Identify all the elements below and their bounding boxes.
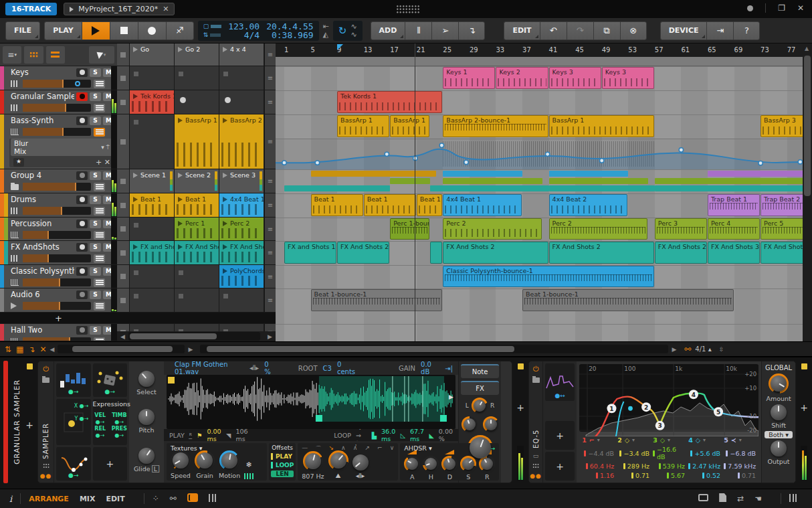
add-modulator-tile[interactable]: + (545, 421, 575, 450)
duplicate-button[interactable]: ⧉ (593, 21, 620, 40)
track-stop-button[interactable] (117, 114, 130, 169)
curve-modulator-tile[interactable]: ●→ (56, 447, 91, 481)
add-device-slot[interactable]: + (25, 420, 33, 430)
row-menu-icon[interactable]: ≡ (264, 218, 276, 240)
track-name[interactable]: Hall Two (11, 325, 74, 335)
eq-band-gain[interactable]: −16.6 dB (651, 445, 686, 461)
arranger-clip[interactable]: 4x4 Beat 1 (443, 194, 522, 216)
add-track-button[interactable]: + (55, 313, 62, 323)
loop-length[interactable]: 67.7 ms (410, 428, 425, 442)
eq-shift-knob[interactable] (771, 404, 787, 420)
pan-dot[interactable] (75, 81, 80, 86)
stop-button[interactable] (110, 21, 138, 40)
arranger-clip[interactable]: Beat 1-bounce-1 (311, 289, 443, 311)
d-knob[interactable] (443, 458, 455, 470)
eq-band-freq[interactable]: 2.47 kHz (687, 462, 722, 471)
layout-grid-icon[interactable]: ▦ (16, 345, 23, 354)
expressions-modulator-tile[interactable]: Expressions VEL TIMB ●→●→ REL PRES ●→●→ (93, 399, 128, 445)
launcher-grid-icon[interactable] (24, 46, 43, 64)
clip-slot[interactable]: Scene 1 (130, 169, 175, 193)
device-menu-button[interactable]: DEVICE (660, 21, 707, 40)
arranger-clip[interactable]: Beat 1-bounce-1 (522, 289, 733, 311)
arranger-clip[interactable]: Perc 5 (760, 218, 803, 240)
launcher-clip[interactable]: FX and Sho... (130, 241, 174, 264)
track-menu-icon[interactable] (94, 80, 105, 88)
arranger-clip[interactable]: Perc 4 (708, 218, 760, 240)
arranger-vscrollbar[interactable]: ▲ (803, 44, 812, 341)
solo-button[interactable]: S (90, 68, 101, 77)
browser-panel-icon[interactable] (698, 494, 708, 503)
redo-button[interactable]: ↷ (567, 21, 593, 40)
track-menu-icon[interactable] (94, 231, 105, 240)
track-stop-button[interactable] (117, 169, 130, 193)
clip-slot[interactable]: Beat 1 (130, 193, 175, 217)
project-tab[interactable]: MyProject_16T_2020* ✕ (64, 3, 175, 15)
glide-knob[interactable] (138, 448, 155, 464)
track-row[interactable]: Granular SamplerSM (0, 90, 117, 114)
root-note[interactable]: C3 (323, 365, 332, 372)
device-window-icon[interactable]: ▭ (533, 452, 539, 459)
mapping-icon[interactable]: ⇄ (737, 494, 744, 503)
velocity-knob[interactable] (464, 418, 476, 430)
launcher-clip[interactable]: 4x4 Beat 1 (219, 193, 264, 217)
filter-keytrack-knob[interactable] (352, 454, 369, 471)
offset-loop[interactable]: LOOP (271, 462, 294, 469)
delete-button[interactable]: ⊗ (620, 21, 647, 40)
device-power-icon[interactable]: ⏻ (533, 365, 539, 373)
volume-slider[interactable] (23, 104, 91, 112)
eq5-device[interactable]: ⏻ EQ-5 ▭ ●● ●↔ + + 12345 201001k10k (528, 361, 796, 483)
track-menu-icon[interactable] (94, 128, 105, 137)
sample-filename[interactable]: Clap FM Gothen 01.wav (175, 361, 244, 375)
steps-modulator-tile[interactable]: ●→ (56, 363, 91, 397)
arranger-clip[interactable]: Trap Beat 2 (760, 194, 803, 216)
punch-out-toggle[interactable]: ∿ (350, 31, 357, 38)
device-panel-toggle-icon[interactable] (187, 493, 198, 504)
record-arm-button[interactable] (76, 267, 88, 276)
launcher-clip[interactable]: PolyChords (219, 265, 264, 288)
eq-band-head[interactable]: 4◇▾ (687, 436, 722, 444)
volume-slider[interactable] (23, 231, 91, 239)
track-row[interactable]: Group 4SM (0, 169, 117, 193)
help-button[interactable]: ? (733, 21, 760, 40)
s-knob[interactable] (462, 458, 474, 470)
arranger-clip[interactable]: Keys 1 (443, 67, 495, 89)
track-stop-button[interactable] (117, 90, 130, 114)
clip-slot[interactable] (219, 90, 264, 114)
edit-view-tab[interactable]: EDIT (106, 495, 124, 503)
scene-play-icon[interactable] (133, 47, 138, 52)
root-cents[interactable]: 0 cents (337, 361, 359, 375)
play-menu-button[interactable]: PLAY (44, 21, 82, 40)
eq-band-freq[interactable]: 539 Hz (651, 462, 686, 471)
arranger-clip[interactable]: Trap Beat 1 (708, 194, 760, 216)
volume-slider[interactable] (23, 278, 91, 286)
arranger-clip[interactable]: BassArp 1 (337, 115, 389, 137)
track-name[interactable]: FX AndShots (11, 242, 74, 252)
arranger-clip[interactable]: BassArp 1 (390, 115, 429, 137)
clip-slot[interactable]: 4x4 Beat 1 (219, 193, 264, 217)
track-name[interactable]: Audio 6 (11, 290, 74, 299)
mod-route-icon[interactable]: ●→ (68, 473, 78, 479)
track-menu-icon[interactable] (94, 302, 105, 311)
arranger-vscroll-thumb[interactable] (804, 56, 811, 196)
track-stop-button[interactable] (117, 265, 130, 288)
add-modulator-tile[interactable]: + (545, 452, 575, 481)
eq-band-gain[interactable]: −4.4 dB (581, 445, 615, 461)
scene-play-icon[interactable] (178, 47, 183, 52)
grain-knob[interactable] (197, 452, 213, 469)
a-knob[interactable] (406, 458, 418, 470)
clip-slot[interactable] (130, 288, 175, 312)
clip-slot[interactable] (175, 66, 219, 90)
eq-band-q[interactable]: 0.71 (722, 471, 757, 480)
record-arm-button[interactable] (76, 116, 88, 125)
row-menu-icon[interactable]: ≡ (264, 241, 276, 264)
arranger-clip[interactable]: Perc 2 (443, 218, 541, 240)
automation-point[interactable] (600, 159, 604, 163)
track-row[interactable]: Audio 6SM (0, 288, 117, 313)
clip-slot[interactable]: BassArp 2 (219, 114, 264, 169)
note-chain-chip[interactable]: Note (461, 364, 499, 378)
x-output[interactable]: X ●→ (74, 403, 89, 409)
device-preset-icon[interactable] (532, 377, 540, 383)
sample-start[interactable]: 0.00 ms (207, 428, 222, 442)
grid-resolution[interactable]: 4/1 ▴ (695, 345, 711, 353)
edit-menu-button[interactable]: EDIT (504, 21, 539, 40)
